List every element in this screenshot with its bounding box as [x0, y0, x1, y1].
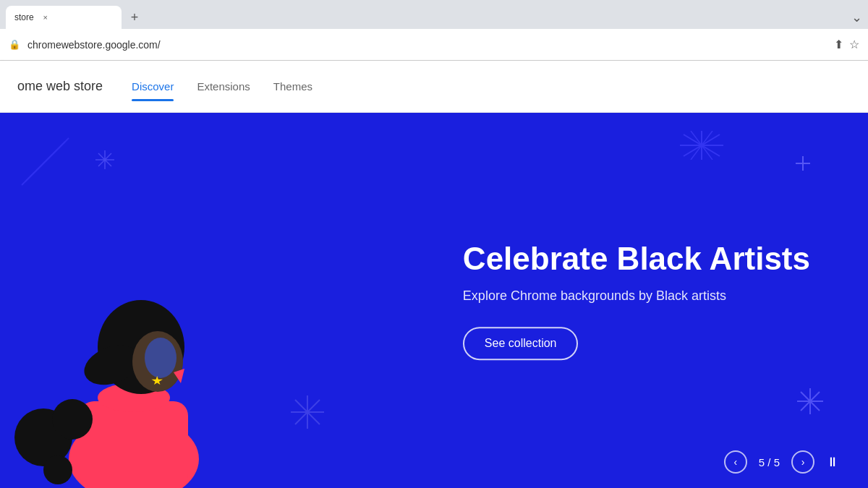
slide-counter: 5 / 5: [759, 456, 780, 468]
hero-title: Celebrate Black Artists: [463, 241, 810, 278]
svg-point-34: [43, 455, 72, 484]
lock-icon: 🔒: [9, 39, 20, 50]
svg-rect-24: [80, 401, 188, 488]
pagination: ‹ 5 / 5 › ⏸: [724, 450, 839, 474]
prev-slide-button[interactable]: ‹: [724, 450, 747, 474]
site-logo: ome web store: [17, 79, 103, 94]
site-content: ome web store Discover Extensions Themes: [0, 61, 868, 488]
see-collection-button[interactable]: See collection: [463, 327, 579, 360]
hero-subtitle: Explore Chrome backgrounds by Black arti…: [463, 288, 810, 304]
nav-tabs: Discover Extensions Themes: [132, 74, 312, 98]
address-actions: ⬆ ☆: [834, 38, 859, 51]
tab-discover[interactable]: Discover: [132, 74, 174, 98]
next-slide-button[interactable]: ›: [791, 450, 814, 474]
tab-extensions[interactable]: Extensions: [197, 74, 250, 98]
url-display[interactable]: chromewebstore.google.com/: [27, 39, 827, 51]
tab-options-button[interactable]: ⌄: [851, 9, 862, 25]
browser-chrome: store × + ⌄ 🔒 chromewebstore.google.com/…: [0, 0, 868, 61]
chevron-right-icon: ›: [801, 456, 805, 468]
pause-button[interactable]: ⏸: [826, 455, 839, 470]
tab-title: store: [14, 12, 34, 22]
site-nav: ome web store Discover Extensions Themes: [0, 61, 868, 113]
share-icon[interactable]: ⬆: [834, 38, 843, 51]
person-illustration: [0, 113, 304, 488]
svg-point-33: [52, 399, 93, 440]
deco-star-3: [796, 387, 825, 416]
deco-top-right: [680, 131, 723, 160]
new-tab-button[interactable]: +: [124, 7, 145, 27]
hero-banner: Celebrate Black Artists Explore Chrome b…: [0, 113, 868, 488]
tab-close-button[interactable]: ×: [40, 12, 51, 23]
bookmark-icon[interactable]: ☆: [849, 38, 859, 51]
hero-content: Celebrate Black Artists Explore Chrome b…: [463, 241, 810, 361]
tab-themes[interactable]: Themes: [273, 74, 312, 98]
chevron-left-icon: ‹: [733, 456, 737, 468]
address-bar: 🔒 chromewebstore.google.com/ ⬆ ☆: [0, 29, 868, 61]
active-tab[interactable]: store ×: [6, 6, 122, 29]
svg-point-29: [145, 338, 176, 378]
deco-plus-1: [796, 156, 810, 171]
tab-bar: store × + ⌄: [0, 0, 868, 29]
